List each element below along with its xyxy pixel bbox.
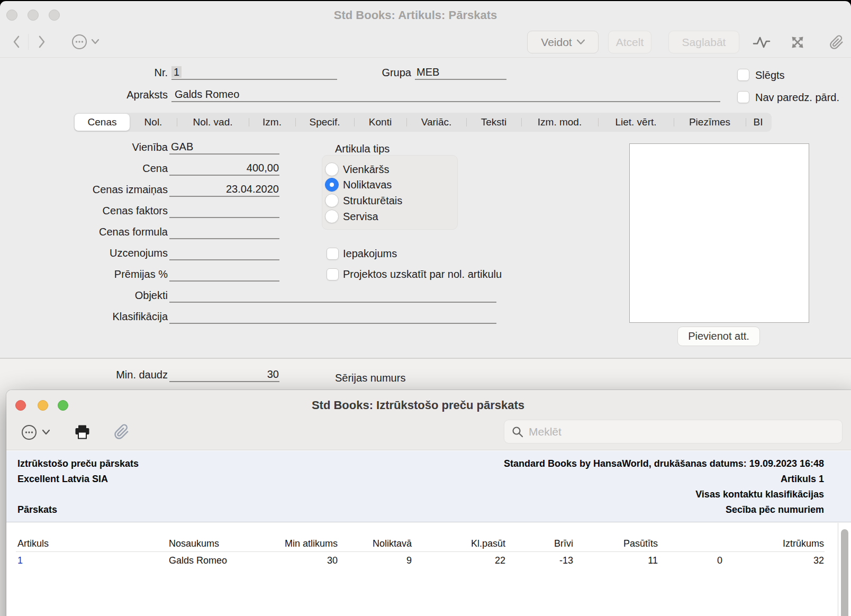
report-meta-line-2: Artikuls 1 — [781, 473, 824, 485]
row-min-atlikums: 30 — [327, 555, 338, 566]
search-input[interactable] — [504, 420, 843, 443]
min-daudz-label: Min. daudz — [46, 368, 168, 382]
pievienot-att-button[interactable]: Pievienot att. — [677, 327, 760, 346]
apraksts-input[interactable]: Galds Romeo — [171, 88, 720, 102]
paperclip-icon[interactable] — [114, 422, 130, 441]
vieniba-value: GAB — [171, 140, 193, 153]
min-daudz-value: 30 — [267, 367, 279, 381]
nav-paredz-label: Nav paredz. pārd. — [755, 90, 839, 104]
forward-button[interactable] — [37, 34, 47, 50]
report-parskats-line: Pārskats — [17, 504, 57, 515]
nav-paredz-checkbox[interactable] — [737, 91, 749, 103]
col-min-atlikums: Min atlikums — [285, 538, 338, 549]
apraksts-label: Apraksts — [46, 88, 168, 102]
vieniba-input[interactable]: GAB — [169, 140, 279, 155]
slegts-checkbox[interactable] — [737, 69, 749, 81]
uzcenojums-label: Uzcenojums — [46, 246, 168, 260]
cenas-izmainas-value: 23.04.2020 — [226, 182, 279, 196]
row-pasutits: 11 — [648, 555, 658, 566]
cenas-faktors-input[interactable] — [169, 204, 279, 218]
toolbar-bottom-line — [0, 57, 851, 58]
col-brivi: Brīvi — [554, 538, 573, 549]
expand-icon[interactable] — [790, 34, 805, 50]
report-window-title: Std Books: Iztrūkstošo preču pārskats — [6, 398, 830, 413]
tab-cenas[interactable]: Cenas — [75, 114, 130, 131]
radio-noliktavas-label: Noliktavas — [343, 178, 392, 192]
report-meta-line-4: Secība pēc numuriem — [726, 504, 824, 515]
row-noliktava: 9 — [406, 555, 412, 566]
scrollbar-border — [838, 523, 838, 616]
veidot-button[interactable]: Veidot — [527, 31, 599, 53]
cenas-faktors-label: Cenas faktors — [46, 204, 168, 218]
grupa-input[interactable]: MEB — [415, 66, 506, 80]
nr-label: Nr. — [46, 66, 168, 79]
tab-nol[interactable]: Nol. — [130, 114, 177, 131]
col-iztrukums: Iztrūkums — [783, 538, 824, 549]
tab-teksti[interactable]: Teksti — [466, 114, 521, 131]
radio-strukturetais[interactable] — [325, 194, 339, 207]
scrollbar-thumb[interactable] — [841, 529, 848, 616]
iepakojums-label: Iepakojums — [343, 247, 397, 260]
radio-noliktavas[interactable] — [325, 178, 339, 192]
vieniba-label: Vienība — [46, 140, 168, 154]
tab-variac[interactable]: Variāc. — [406, 114, 466, 131]
report-title-line: Iztrūkstošo preču pārskats — [17, 458, 139, 469]
apraksts-value: Galds Romeo — [175, 87, 239, 101]
col-artikuls: Artikuls — [17, 538, 49, 549]
operations-menu-chevron-icon[interactable] — [42, 429, 50, 436]
iepakojums-checkbox[interactable] — [327, 248, 339, 260]
min-daudz-input[interactable]: 30 — [169, 368, 279, 382]
report-window: Std Books: Iztrūkstošo preču pārskats Iz… — [6, 390, 851, 616]
cena-input[interactable]: 400,00 — [169, 161, 279, 176]
operations-menu-icon[interactable] — [21, 424, 37, 440]
cena-value: 400,00 — [247, 161, 279, 175]
tab-bi[interactable]: BI — [746, 114, 771, 131]
cenas-izmainas-label: Cenas izmaiņas — [46, 183, 168, 196]
table-header-rule — [16, 551, 825, 552]
radio-servisa[interactable] — [325, 210, 339, 223]
slegts-label: Slēgts — [755, 68, 785, 82]
artikula-tips-group — [322, 155, 458, 230]
report-company-line: Excellent Latvia SIA — [17, 473, 108, 485]
radio-strukturetais-label: Strukturētais — [343, 194, 402, 207]
col-kl-pasut: Kl.pasūt — [471, 538, 505, 549]
premijas-input[interactable] — [169, 267, 279, 282]
cenas-izmainas-input[interactable]: 23.04.2020 — [169, 183, 279, 197]
tab-nol-vad[interactable]: Nol. vad. — [177, 114, 249, 131]
tab-izm[interactable]: Izm. — [249, 114, 295, 131]
tab-piezimes[interactable]: Piezīmes — [674, 114, 746, 131]
tab-izm-mod[interactable]: Izm. mod. — [521, 114, 598, 131]
window-title: Std Books: Artikuls: Pārskats — [0, 8, 831, 23]
toolbar-separator — [28, 34, 29, 50]
klasifikacija-label: Klasifikācija — [46, 310, 168, 323]
report-meta-line-3: Visas kontaktu klasifikācijas — [695, 488, 824, 500]
objekti-input[interactable] — [169, 288, 496, 303]
activity-icon[interactable] — [753, 34, 771, 50]
saglabat-button: Saglabāt — [668, 31, 739, 53]
radio-vienkars-label: Vienkāršs — [343, 162, 389, 176]
print-icon[interactable] — [74, 424, 90, 440]
tab-specif[interactable]: Specif. — [295, 114, 354, 131]
row-artikuls-link[interactable]: 1 — [17, 555, 23, 566]
cenas-formula-input[interactable] — [169, 225, 279, 239]
row-brivi: -13 — [559, 555, 573, 566]
projektos-checkbox[interactable] — [327, 268, 339, 280]
premijas-label: Prēmijas % — [46, 267, 168, 281]
row-iztrukums: 32 — [813, 555, 824, 566]
back-button[interactable] — [11, 34, 22, 50]
tab-liet-vert[interactable]: Liet. vērt. — [598, 114, 674, 131]
uzcenojums-input[interactable] — [169, 246, 279, 260]
radio-vienkars[interactable] — [325, 162, 339, 176]
paperclip-icon[interactable] — [829, 33, 844, 51]
tab-konti[interactable]: Konti — [354, 114, 406, 131]
klasifikacija-input[interactable] — [169, 310, 496, 324]
operations-menu-chevron-icon[interactable] — [91, 39, 99, 45]
search-icon — [511, 425, 524, 438]
search-field[interactable] — [504, 420, 843, 443]
cenas-formula-label: Cenas formula — [46, 225, 168, 239]
atcelt-button: Atcelt — [608, 31, 651, 53]
report-meta-line-1: Standard Books by HansaWorld, drukāšanas… — [504, 458, 824, 469]
col-pasutits: Pasūtīts — [623, 538, 658, 549]
radio-servisa-label: Servisa — [343, 210, 378, 223]
operations-menu-icon[interactable] — [71, 34, 87, 50]
